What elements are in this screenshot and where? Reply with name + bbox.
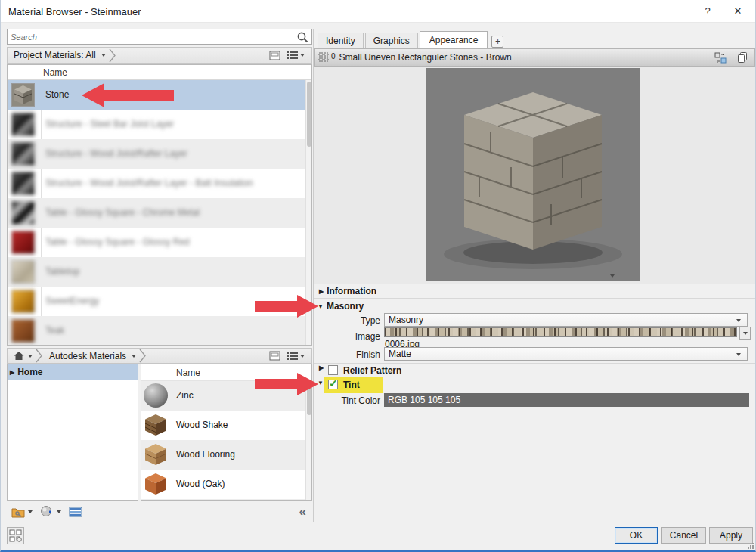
chevron-down-icon <box>57 510 61 513</box>
ok-button[interactable]: OK <box>615 527 658 544</box>
type-dropdown[interactable]: Masonry <box>384 313 748 327</box>
preview-options-button[interactable] <box>608 269 617 280</box>
scrollbar-thumb[interactable] <box>307 383 311 415</box>
browser-options-button[interactable] <box>7 527 24 544</box>
library-breadcrumb-bar: Autodesk Materials <box>7 348 312 364</box>
expander-icon[interactable]: ▼ <box>318 303 324 310</box>
material-thumbnail <box>11 113 35 136</box>
library-row-wood-flooring[interactable]: Wood Flooring <box>141 440 311 470</box>
chevron-down-icon[interactable] <box>132 355 136 358</box>
list-view-button[interactable] <box>285 47 308 64</box>
search-box[interactable] <box>7 29 312 45</box>
replace-asset-button[interactable] <box>713 49 729 66</box>
replace-asset-icon <box>714 52 727 64</box>
tab-graphics[interactable]: Graphics <box>365 33 418 49</box>
name-column-header[interactable]: Name <box>176 367 200 378</box>
finish-dropdown[interactable]: Matte <box>384 347 748 361</box>
material-row[interactable]: Table - Glossy Square - Glossy Red <box>8 228 311 257</box>
cancel-button[interactable]: Cancel <box>662 527 706 544</box>
material-name: Wood (Oak) <box>176 479 225 489</box>
material-thumbnail <box>11 319 35 343</box>
section-information[interactable]: ▶ Information <box>319 286 376 296</box>
panel-view-button[interactable] <box>268 348 282 364</box>
material-thumbnail <box>11 201 35 225</box>
list-header: Name <box>141 364 311 381</box>
material-row[interactable]: Structure - Wood Joist/Rafter Layer - Ba… <box>8 169 311 198</box>
project-materials-bar: Project Materials: All <box>7 47 312 64</box>
expander-icon[interactable]: ▼ <box>318 380 324 386</box>
project-materials-list: Name Stone Structure - Steel Bar Joist L… <box>7 64 312 346</box>
section-masonry[interactable]: ▼ Masonry <box>318 301 364 312</box>
duplicate-asset-button[interactable] <box>735 49 750 66</box>
help-button[interactable]: ? <box>698 3 717 20</box>
library-row-zinc[interactable]: Zinc <box>141 381 311 411</box>
material-name: Structure - Wood Joist/Rafter Layer - Ba… <box>45 178 253 188</box>
material-thumbnail <box>143 442 169 467</box>
name-column-header[interactable]: Name <box>43 67 67 78</box>
panel-view-icon <box>269 51 280 60</box>
library-row-wood-oak[interactable]: Wood (Oak) <box>141 470 311 499</box>
library-toolbar: « <box>7 502 312 522</box>
relief-pattern-checkbox[interactable] <box>328 365 338 375</box>
create-material-button[interactable] <box>39 504 65 520</box>
image-texture-preview[interactable] <box>384 327 737 337</box>
panel-view-button[interactable] <box>268 47 282 64</box>
section-tint[interactable]: ▼ <box>318 380 327 386</box>
checkmark-icon: ✓ <box>329 377 338 389</box>
sphere-plus-icon <box>40 505 54 519</box>
chevron-down-icon[interactable] <box>101 54 106 57</box>
finish-label: Finish <box>318 349 380 360</box>
library-row-wood-shake[interactable]: Wood Shake <box>141 411 311 440</box>
library-row-partial[interactable] <box>141 499 311 501</box>
chevron-down-icon <box>736 319 741 322</box>
expander-icon[interactable]: ▶ <box>10 369 14 376</box>
material-row[interactable]: Teak <box>8 316 311 346</box>
library-tree: ▶ Home <box>7 364 138 501</box>
scrollbar-thumb[interactable] <box>307 82 311 147</box>
material-row-stone[interactable]: Stone <box>8 80 311 110</box>
open-asset-browser-button[interactable] <box>67 504 84 520</box>
list-view-button[interactable] <box>285 348 308 364</box>
section-relief-pattern[interactable]: ▶ <box>319 364 327 371</box>
material-row[interactable]: Tabletop <box>8 257 311 287</box>
material-name: Table - Glossy Square - Glossy Red <box>45 237 190 247</box>
tab-identity[interactable]: Identity <box>318 33 364 49</box>
list-scrollbar[interactable] <box>305 381 311 500</box>
material-preview[interactable] <box>426 68 640 281</box>
expander-icon[interactable]: ▶ <box>319 288 324 295</box>
tint-color-label: Tint Color <box>318 395 380 406</box>
expander-icon[interactable]: ▶ <box>319 364 324 371</box>
tree-item-home[interactable]: ▶ Home <box>8 364 138 380</box>
resize-grip[interactable] <box>747 542 754 550</box>
material-row[interactable]: Structure - Wood Joist/Rafter Layer <box>8 139 311 169</box>
panel-divider <box>313 29 314 522</box>
tint-color-swatch[interactable]: RGB 105 105 105 <box>384 393 749 407</box>
list-view-icon <box>287 51 299 60</box>
library-name-label[interactable]: Autodesk Materials <box>49 351 126 361</box>
tab-add-button[interactable]: + <box>491 36 503 48</box>
section-separator <box>314 284 755 284</box>
apply-button[interactable]: Apply <box>709 527 753 544</box>
dialog-title: Material Browser - Steinmauer <box>8 6 141 17</box>
table-icon <box>69 507 82 517</box>
project-materials-label[interactable]: Project Materials: All <box>14 50 96 60</box>
section-separator <box>314 298 755 299</box>
chevron-down-icon[interactable] <box>28 355 33 358</box>
material-row[interactable]: Structure - Steel Bar Joist Layer <box>8 110 311 139</box>
collapse-panel-button[interactable]: « <box>299 504 306 519</box>
list-scrollbar[interactable] <box>305 80 311 346</box>
section-title: Information <box>327 286 376 296</box>
home-button[interactable] <box>12 348 26 364</box>
close-button[interactable]: ✕ <box>728 3 748 20</box>
material-row[interactable]: SweetEnergy <box>8 287 311 316</box>
image-options-button[interactable] <box>739 327 751 340</box>
material-thumbnail <box>11 290 35 313</box>
tint-checkbox[interactable]: ✓ <box>328 380 338 389</box>
home-icon <box>14 351 24 361</box>
material-row[interactable]: Table - Glossy Square - Chrome Metal <box>8 198 311 228</box>
asset-name: Small Uneven Rectanguler Stones - Brown <box>339 52 512 63</box>
manage-library-button[interactable] <box>10 504 36 520</box>
search-input[interactable] <box>11 30 290 43</box>
tab-appearance[interactable]: Appearance <box>420 31 488 49</box>
panel-view-icon <box>269 351 280 361</box>
